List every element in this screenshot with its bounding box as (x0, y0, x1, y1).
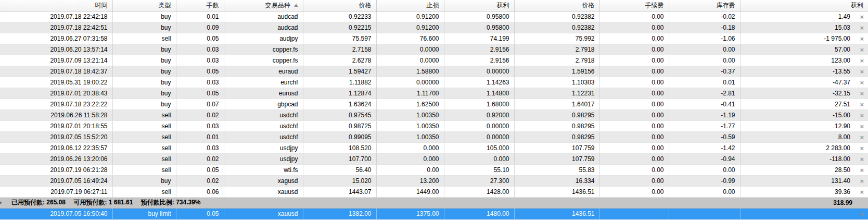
column-header-tp[interactable]: 获利 (444, 0, 514, 11)
cell-price: 75.597 (303, 33, 376, 44)
column-header-profit[interactable]: 获利 (740, 0, 868, 11)
cell-lots: 0.03 (176, 120, 224, 131)
cell-commission: 0.00 (599, 88, 669, 99)
cell-time: 2019.06.26 13:20:06 (0, 153, 112, 164)
cell-time: 2019.07.01 20:18:55 (0, 120, 112, 131)
cell-time: 2019.07.05 15:52:20 (0, 131, 112, 142)
cell-type: buy (112, 44, 176, 55)
table-row[interactable]: 2019.07.01 20:38:43buy0.05eurusd1.128741… (0, 88, 868, 99)
table-row[interactable]: 2019.06.12 22:35:57sell0.03usdjpy108.520… (0, 142, 868, 153)
table-row[interactable]: 2019.07.18 23:22:22buy0.07gbpcad1.636241… (0, 99, 868, 109)
close-icon[interactable]: × (860, 209, 864, 219)
close-icon[interactable]: × (860, 99, 864, 110)
table-row[interactable]: 2019.07.18 22:42:18buy0.01audcad0.922330… (0, 11, 868, 22)
table-row[interactable]: 2019.06.26 13:20:06sell0.02usdjpy107.700… (0, 153, 868, 164)
expand-marker-icon (0, 201, 2, 205)
cell-symbol: usdjpy (224, 153, 303, 164)
table-row[interactable]: 2019.06.20 13:57:14buy0.03copper.fs2.715… (0, 44, 868, 55)
cell-commission: 0.00 (599, 22, 669, 33)
margin-level-value: 734.39% (176, 199, 200, 206)
column-header-commission[interactable]: 手续费 (599, 0, 669, 11)
cell-swap: -1.42 (669, 142, 740, 153)
cell-price2: 75.992 (514, 33, 599, 44)
cell-time: 2019.06.27 07:31:58 (0, 33, 112, 44)
cell-symbol: eurchf (224, 77, 303, 88)
close-icon[interactable]: × (860, 165, 864, 176)
close-icon[interactable]: × (860, 110, 864, 121)
cell-symbol: audcad (224, 11, 303, 22)
column-header-swap[interactable]: 库存费 (669, 0, 740, 11)
cell-tp: 0.00000 (444, 120, 514, 131)
close-icon[interactable]: × (860, 33, 864, 44)
close-icon[interactable]: × (860, 187, 864, 198)
cell-commission: 0.00 (599, 109, 669, 120)
table-row[interactable]: 2019.07.01 20:18:55sell0.03usdchf0.98725… (0, 120, 868, 131)
cell-symbol: audcad (224, 22, 303, 33)
column-label: 价格 (582, 2, 595, 9)
cell-sl: 1.00350 (376, 120, 444, 131)
column-header-sl[interactable]: 止损 (376, 0, 444, 11)
cell-price: 1.63624 (303, 99, 376, 109)
cell-lots: 0.02 (176, 175, 224, 186)
close-icon[interactable]: × (860, 88, 864, 99)
table-row[interactable]: 2019.07.05 15:52:20sell0.01usdchf0.99095… (0, 131, 868, 142)
cell-price: 1.12874 (303, 88, 376, 99)
close-icon[interactable]: × (860, 132, 864, 143)
header-row: 时间类型手数交易品种价格止损获利价格手续费库存费获利 (0, 0, 868, 11)
close-icon[interactable]: × (860, 176, 864, 187)
sort-ascending-icon (294, 4, 298, 7)
cell-symbol: wti.fs (224, 164, 303, 175)
cell-commission: 0.00 (599, 33, 669, 44)
close-icon[interactable]: × (860, 55, 864, 66)
cell-swap: -1.77 (669, 120, 740, 131)
column-header-price2[interactable]: 价格 (514, 0, 599, 11)
cell-swap: -0.02 (669, 11, 740, 22)
table-row[interactable]: 2019.07.18 22:42:51buy0.09audcad0.922150… (0, 22, 868, 33)
cell-commission: 0.00 (599, 120, 669, 131)
close-icon[interactable]: × (860, 77, 864, 88)
table-row[interactable]: 2019.07.09 13:21:14buy0.03copper.fs2.627… (0, 55, 868, 66)
cell-symbol: usdchf (224, 120, 303, 131)
cell-swap: -0.99 (669, 175, 740, 186)
cell-sl: 76.600 (376, 33, 444, 44)
column-header-symbol[interactable]: 交易品种 (224, 0, 303, 11)
total-profit: 318.99 (740, 197, 868, 208)
close-icon[interactable]: × (860, 44, 864, 55)
cell-type: sell (112, 142, 176, 153)
close-icon[interactable]: × (860, 11, 864, 22)
table-row[interactable]: 2019.07.19 06:27:11sell0.06xauusd1443.07… (0, 186, 868, 197)
cell-price: 56.40 (303, 164, 376, 175)
close-icon[interactable]: × (860, 22, 864, 33)
table-row[interactable]: 2019.07.19 06:21:28sell0.05wti.fs56.400.… (0, 164, 868, 175)
cell-symbol: usdjpy (224, 142, 303, 153)
cell-symbol: usdchf (224, 109, 303, 120)
cell-commission: 0.00 (599, 153, 669, 164)
close-icon[interactable]: × (860, 143, 864, 154)
cell-profit: 27.51× (740, 99, 868, 109)
close-icon[interactable]: × (860, 66, 864, 77)
cell-price2: 0.98295 (514, 131, 599, 142)
cell-price2: 0.92382 (514, 11, 599, 22)
cell-current-price: 1436.51 (514, 208, 599, 219)
cell-price2: 1436.51 (514, 186, 599, 197)
cell-commission: 0.00 (599, 55, 669, 66)
table-row[interactable]: 2019.07.05 16:49:24buy0.02xagusd15.02013… (0, 175, 868, 186)
cell-type: buy (112, 88, 176, 99)
column-label: 类型 (159, 2, 171, 9)
table-row[interactable]: 2019.05.31 19:00:22buy0.03eurchf1.118820… (0, 77, 868, 88)
column-header-price[interactable]: 价格 (303, 0, 376, 11)
close-icon[interactable]: × (860, 121, 864, 132)
cell-commission (599, 208, 669, 219)
column-header-lots[interactable]: 手数 (176, 0, 224, 11)
table-row[interactable]: 2019.06.27 07:31:58sell0.05audjpy75.5977… (0, 33, 868, 44)
pending-order-row[interactable]: 2019.07.05 16:50:40 buy limit 0.05 xauus… (0, 208, 868, 219)
close-icon[interactable]: × (860, 154, 864, 165)
table-row[interactable]: 2019.07.18 18:42:37buy0.05euraud1.594271… (0, 66, 868, 77)
cell-commission: 0.00 (599, 175, 669, 186)
cell-lots: 0.03 (176, 142, 224, 153)
cell-price2: 107.759 (514, 142, 599, 153)
cell-price2: 55.83 (514, 164, 599, 175)
column-header-time[interactable]: 时间 (0, 0, 112, 11)
table-row[interactable]: 2019.06.26 11:58:28sell0.02usdchf0.97545… (0, 109, 868, 120)
column-header-type[interactable]: 类型 (112, 0, 176, 11)
